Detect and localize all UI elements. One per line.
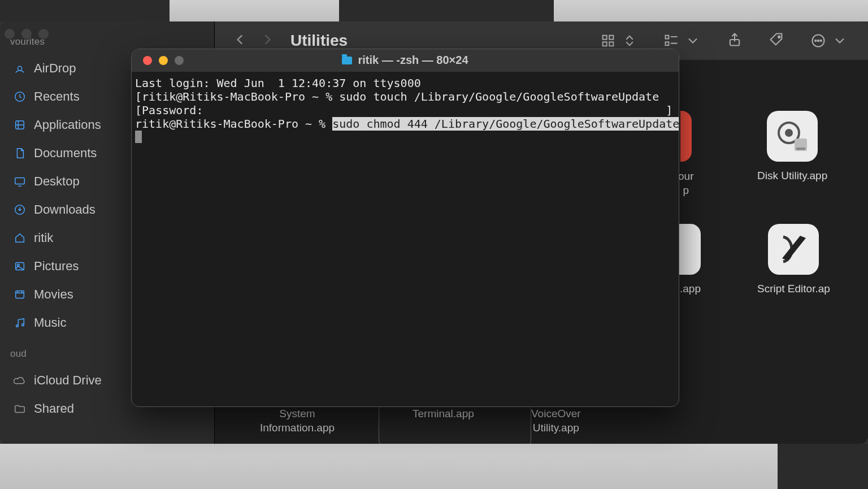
movies-icon [14,288,26,301]
disk-utility-icon [767,111,818,162]
sidebar-item-label: Documents [34,146,97,161]
svg-rect-7 [16,291,24,298]
svg-rect-13 [609,42,613,46]
svg-rect-15 [666,42,669,45]
app-script-editor[interactable]: Script Editor.ap [757,224,830,295]
sidebar-item-label: Music [34,315,66,330]
desktop-wallpaper-top [0,0,868,21]
sidebar-item-label: Movies [34,287,73,302]
sidebar-item-label: Shared [34,401,74,416]
svg-point-21 [821,40,822,41]
home-icon [14,232,26,244]
svg-rect-10 [603,36,607,40]
zoom-button[interactable] [175,56,184,65]
svg-point-0 [18,66,21,70]
svg-rect-11 [609,36,613,40]
svg-rect-12 [603,42,607,46]
clock-icon [14,90,26,103]
minimize-button[interactable] [159,56,168,65]
app-obscured-2[interactable]: .app [678,224,701,295]
nav-back-button[interactable] [233,32,248,49]
cloud-icon [14,374,26,387]
terminal-cursor [135,131,142,143]
terminal-title: ritik — -zsh — 80×24 [132,54,679,67]
sidebar-item-label: Applications [34,118,101,132]
documents-icon [14,147,26,159]
downloads-icon [14,204,26,216]
actions-button[interactable] [810,33,848,49]
app-label: VoiceOverUtility.app [531,407,581,435]
desktop-icon [14,175,26,188]
svg-point-17 [778,36,780,38]
app-label: Script Editor.ap [757,283,830,295]
desktop-wallpaper-bottom [0,444,868,489]
svg-point-19 [815,40,816,41]
app-disk-utility[interactable]: Disk Utility.app [757,111,827,182]
finder-traffic-lights[interactable] [5,29,49,39]
sidebar-item-label: AirDrop [34,61,76,76]
app-label: ourp [678,170,693,197]
svg-point-23 [785,129,793,137]
nav-forward-button[interactable] [260,32,275,49]
sidebar-item-label: Recents [34,89,80,104]
sidebar-item-label: Downloads [34,202,96,217]
app-label: SystemInformation.app [260,407,335,435]
app-tile-icon [680,111,692,162]
svg-rect-3 [15,178,25,184]
svg-point-9 [22,324,24,326]
app-label: Terminal.app [413,407,474,421]
app-tile-icon [678,224,701,275]
terminal-window[interactable]: ritik — -zsh — 80×24 Last login: Wed Jun… [131,49,679,407]
view-icon-grid[interactable] [600,33,637,49]
sidebar-item-label: ritik [34,231,53,245]
sidebar-item-label: iCloud Drive [34,373,102,388]
airdrop-icon [14,62,26,75]
script-editor-icon [768,224,819,275]
sidebar-item-label: Desktop [34,174,80,189]
tags-button[interactable] [769,32,784,50]
shared-folder-icon [14,403,26,415]
app-system-information[interactable]: SystemInformation.app [260,407,335,435]
svg-point-20 [818,40,819,41]
terminal-titlebar[interactable]: ritik — -zsh — 80×24 [132,49,679,72]
terminal-selection: sudo chmod 444 /Library/Google/GoogleSof… [332,117,679,131]
app-label: .app [680,283,701,295]
app-voiceover-utility[interactable]: VoiceOverUtility.app [531,407,581,435]
svg-rect-25 [796,148,805,150]
app-obscured-1[interactable]: ourp [678,111,693,197]
terminal-traffic-lights[interactable] [143,56,184,65]
pictures-icon [14,260,26,272]
svg-rect-14 [666,36,669,39]
app-label: Disk Utility.app [757,170,827,182]
close-button[interactable] [143,56,152,65]
terminal-output[interactable]: Last login: Wed Jun 1 12:40:37 on ttys00… [132,72,679,149]
folder-icon [342,57,352,64]
applications-icon [14,119,26,131]
sidebar-item-label: Pictures [34,259,79,274]
music-icon [14,317,26,329]
finder-title: Utilities [290,32,348,50]
app-terminal[interactable]: Terminal.app [413,407,474,421]
svg-point-8 [16,325,19,327]
groupby-button[interactable] [663,33,701,49]
share-button[interactable] [727,32,743,50]
